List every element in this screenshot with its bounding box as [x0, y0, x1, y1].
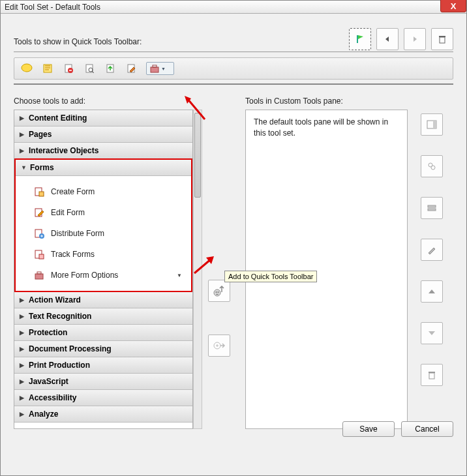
- add-to-custom-pane-button[interactable]: [208, 335, 230, 357]
- add-up-icon: [213, 284, 226, 297]
- section-accessibility[interactable]: ▶Accessibility: [14, 390, 192, 406]
- chevron-down-icon: ▼: [177, 273, 182, 278]
- chevron-right-icon: ▶: [20, 297, 25, 303]
- svg-rect-27: [433, 121, 436, 128]
- chevron-right-icon: ▶: [20, 362, 25, 368]
- edit-pdf-icon[interactable]: [125, 63, 137, 74]
- panel-button[interactable]: [421, 113, 443, 136]
- section-interactive-objects[interactable]: ▶Interactive Objects: [14, 143, 192, 159]
- svg-rect-12: [153, 65, 157, 67]
- section-pages[interactable]: ▶Pages: [14, 126, 192, 143]
- section-javascript[interactable]: ▶JavaScript: [14, 374, 192, 390]
- delete-page-icon[interactable]: [63, 63, 74, 74]
- close-button[interactable]: X: [440, 0, 466, 12]
- tool-create-form[interactable]: Create Form: [16, 181, 191, 202]
- section-analyze[interactable]: ▶Analyze: [14, 406, 192, 423]
- svg-rect-21: [37, 272, 41, 274]
- comment-icon[interactable]: [21, 63, 33, 74]
- next-icon: [411, 35, 419, 43]
- svg-point-24: [218, 291, 219, 293]
- remove-button[interactable]: [421, 364, 443, 386]
- svg-rect-11: [151, 67, 158, 72]
- cancel-button[interactable]: Cancel: [401, 421, 453, 437]
- find-page-icon[interactable]: [83, 63, 95, 74]
- chevron-right-icon: ▶: [20, 346, 25, 352]
- add-right-icon: [213, 339, 226, 352]
- chevron-right-icon: ▶: [20, 411, 25, 417]
- quick-tools-toolbar: ▼: [14, 57, 453, 80]
- svg-rect-2: [439, 36, 445, 37]
- svg-rect-32: [429, 373, 434, 379]
- prev-icon: [384, 35, 391, 43]
- down-icon: [428, 330, 436, 336]
- tool-more-form-options[interactable]: More Form Options ▼: [16, 265, 191, 286]
- edit-form-icon: [34, 207, 44, 218]
- link-icon: [427, 161, 437, 171]
- svg-point-22: [214, 290, 220, 296]
- tool-track-forms[interactable]: Track Forms: [16, 244, 191, 265]
- highlight-icon[interactable]: [42, 63, 53, 74]
- trash-icon: [438, 35, 447, 44]
- move-down-button[interactable]: [421, 322, 443, 344]
- link-button[interactable]: [421, 155, 443, 177]
- svg-rect-30: [428, 205, 436, 207]
- trash-icon: [427, 370, 436, 379]
- edit-button[interactable]: [421, 239, 443, 261]
- custom-pane-label: Tools in Custom Tools pane:: [245, 97, 408, 106]
- svg-rect-14: [39, 192, 44, 196]
- svg-rect-19: [39, 254, 44, 259]
- tooltip: Add to Quick Tools Toolbar: [224, 271, 317, 282]
- distribute-form-icon: [34, 228, 44, 239]
- tools-tree[interactable]: ▶Content Editing ▶Pages ▶Interactive Obj…: [14, 110, 193, 429]
- track-forms-icon: [34, 249, 44, 260]
- up-icon: [428, 288, 436, 295]
- chevron-right-icon: ▶: [20, 115, 25, 121]
- flag-button[interactable]: [349, 28, 371, 50]
- choose-tools-label: Choose tools to add:: [14, 97, 193, 106]
- export-icon[interactable]: [104, 63, 116, 74]
- chevron-right-icon: ▶: [20, 313, 25, 320]
- custom-pane-text: The default tools pane will be shown in …: [254, 117, 388, 138]
- section-content-editing[interactable]: ▶Content Editing: [14, 110, 192, 126]
- chevron-right-icon: ▶: [20, 147, 25, 154]
- window-title: Edit Tool Set - Default Tools: [5, 3, 100, 12]
- svg-rect-1: [440, 37, 445, 43]
- quick-tools-label: Tools to show in Quick Tools Toolbar:: [14, 37, 142, 46]
- chevron-right-icon: ▶: [20, 131, 25, 138]
- svg-point-23: [216, 291, 217, 293]
- custom-tools-pane: The default tools pane will be shown in …: [245, 110, 408, 429]
- divider-icon: [427, 203, 437, 213]
- section-action-wizard[interactable]: ▶Action Wizard: [14, 292, 192, 308]
- move-up-button[interactable]: [421, 280, 443, 303]
- svg-rect-31: [428, 209, 436, 211]
- section-document-processing[interactable]: ▶Document Processing: [14, 341, 192, 357]
- add-to-quick-tools-button[interactable]: [208, 280, 230, 302]
- tool-distribute-form[interactable]: Distribute Form: [16, 223, 191, 244]
- section-protection[interactable]: ▶Protection: [14, 325, 192, 341]
- section-print-production[interactable]: ▶Print Production: [14, 357, 192, 374]
- toolbox-icon: [34, 270, 44, 280]
- prev-button[interactable]: [376, 28, 399, 50]
- tool-edit-form[interactable]: Edit Form: [16, 202, 191, 223]
- toolbox-icon: [149, 64, 160, 73]
- titlebar: Edit Tool Set - Default Tools X: [1, 1, 466, 14]
- chevron-down-icon: ▼: [161, 67, 166, 71]
- create-form-icon: [34, 186, 44, 197]
- chevron-right-icon: ▶: [20, 329, 25, 336]
- dialog-edit-tool-set: Edit Tool Set - Default Tools X Tools to…: [0, 0, 467, 476]
- section-text-recognition[interactable]: ▶Text Recognition: [14, 308, 192, 325]
- save-button[interactable]: Save: [342, 421, 395, 437]
- chevron-right-icon: ▶: [20, 394, 25, 401]
- chevron-right-icon: ▶: [20, 378, 25, 385]
- delete-button[interactable]: [431, 28, 453, 50]
- chevron-down-icon: ▼: [21, 164, 26, 171]
- toolbox-dropdown[interactable]: ▼: [146, 62, 174, 75]
- divider-button[interactable]: [421, 197, 443, 219]
- next-button[interactable]: [404, 28, 426, 50]
- svg-rect-0: [357, 35, 358, 43]
- scrollbar[interactable]: [193, 110, 202, 429]
- panel-icon: [427, 120, 437, 129]
- svg-rect-33: [429, 372, 435, 373]
- section-forms[interactable]: ▼Forms: [16, 160, 191, 176]
- scrollbar-thumb[interactable]: [194, 113, 201, 198]
